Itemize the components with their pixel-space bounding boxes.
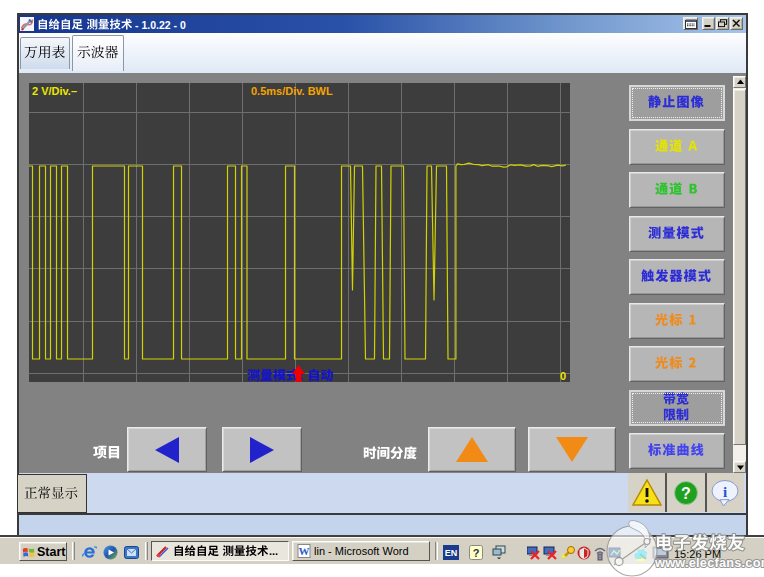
svg-text:i: i bbox=[723, 484, 727, 500]
svg-text:2 V/Div.–: 2 V/Div.– bbox=[32, 85, 77, 97]
svg-text:?: ? bbox=[681, 484, 691, 501]
svg-text:...: ... bbox=[269, 545, 278, 557]
svg-text:W: W bbox=[299, 545, 310, 557]
svg-text:0: 0 bbox=[560, 370, 566, 382]
svg-text:0.5ms/Div. BWL: 0.5ms/Div. BWL bbox=[251, 85, 333, 97]
svg-text:?: ? bbox=[473, 547, 480, 559]
svg-text:www.elecfans.com: www.elecfans.com bbox=[654, 555, 764, 570]
svg-text:- 1.0.22 - 0: - 1.0.22 - 0 bbox=[135, 19, 186, 31]
